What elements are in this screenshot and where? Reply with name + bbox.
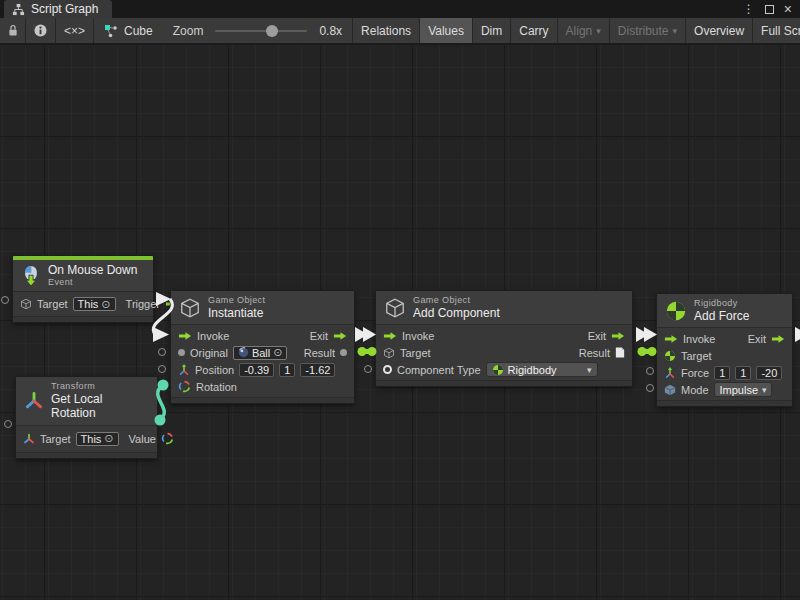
invoke-label: Invoke bbox=[402, 330, 434, 342]
node-rows: Invoke Exit Target bbox=[657, 328, 792, 400]
component-type-label: Component Type bbox=[397, 364, 481, 376]
overview-button[interactable]: Overview bbox=[686, 18, 753, 43]
object-picker-icon[interactable]: ⊙ bbox=[101, 299, 110, 310]
relations-button[interactable]: Relations bbox=[353, 18, 420, 43]
flow-in-arrow-icon[interactable] bbox=[178, 331, 192, 341]
object-picker-icon[interactable]: ⊙ bbox=[273, 347, 282, 358]
flow-out-arrow-icon[interactable] bbox=[333, 331, 347, 341]
graph-canvas[interactable]: On Mouse Down Event Target This ⊙ Trigge… bbox=[0, 44, 800, 600]
port-row-rotation: Rotation bbox=[171, 378, 354, 395]
value-link-dot[interactable] bbox=[638, 347, 647, 356]
node-header[interactable]: Game Object Instantiate bbox=[171, 291, 354, 325]
node-title: Get Local Rotation bbox=[51, 392, 149, 421]
position-z-field[interactable]: -1.62 bbox=[300, 363, 335, 377]
toolbar-toggles: Relations Values Dim Carry Align▾ Distri… bbox=[353, 18, 800, 43]
distribute-dropdown[interactable]: Distribute▾ bbox=[610, 18, 686, 43]
target-object-field[interactable]: This ⊙ bbox=[73, 297, 116, 311]
transform-icon bbox=[23, 433, 35, 445]
port-row-position: Position -0.39 1 -1.62 bbox=[171, 361, 354, 378]
chevron-down-icon: ▾ bbox=[587, 365, 592, 375]
node-add-component[interactable]: Game Object Add Component Invoke Exit bbox=[375, 290, 633, 387]
node-title: Instantiate bbox=[208, 306, 265, 320]
node-add-force[interactable]: Rigidbody Add Force Invoke Exit bbox=[656, 293, 793, 407]
carry-button[interactable]: Carry bbox=[511, 18, 557, 43]
node-header[interactable]: Rigidbody Add Force bbox=[657, 294, 792, 328]
flow-link-arrowhead[interactable] bbox=[636, 327, 649, 342]
force-y-field[interactable]: 1 bbox=[735, 366, 751, 380]
value-port-dot[interactable] bbox=[178, 349, 185, 356]
fullscreen-button[interactable]: Full Screen bbox=[753, 18, 800, 43]
node-rows: Target This ⊙ Trigger bbox=[13, 292, 153, 316]
target-label: Target bbox=[681, 350, 712, 362]
trigger-label: Trigger bbox=[126, 298, 160, 310]
force-z-field[interactable]: -20 bbox=[756, 366, 782, 380]
info-button[interactable] bbox=[26, 18, 56, 43]
input-port-target[interactable] bbox=[1, 296, 9, 304]
node-header[interactable]: On Mouse Down Event bbox=[13, 260, 153, 292]
input-port-original[interactable] bbox=[158, 348, 166, 356]
lock-button[interactable] bbox=[0, 18, 26, 43]
flow-out-arrow-icon[interactable] bbox=[611, 331, 625, 341]
rotation-icon bbox=[178, 380, 191, 393]
rotation-icon bbox=[161, 432, 174, 445]
ball-icon bbox=[238, 347, 249, 358]
align-dropdown[interactable]: Align▾ bbox=[558, 18, 610, 43]
original-value: Ball bbox=[252, 347, 270, 359]
input-port-force[interactable] bbox=[646, 367, 654, 375]
flow-port-arrowhead[interactable] bbox=[795, 327, 800, 342]
window-maximize-icon[interactable] bbox=[765, 5, 774, 14]
chevron-down-icon: ▾ bbox=[596, 26, 601, 36]
force-x-field[interactable]: 1 bbox=[714, 366, 730, 380]
transform-icon bbox=[24, 391, 44, 411]
type-port-icon[interactable] bbox=[383, 365, 392, 374]
component-type-dropdown[interactable]: Rigidbody ▾ bbox=[486, 362, 598, 377]
document-icon[interactable] bbox=[615, 346, 625, 359]
input-port-target[interactable] bbox=[4, 420, 12, 428]
values-button[interactable]: Values bbox=[420, 18, 473, 43]
target-object-field[interactable]: This ⊙ bbox=[76, 432, 119, 446]
gameobject-icon bbox=[179, 297, 201, 319]
flow-in-arrow-icon[interactable] bbox=[383, 331, 397, 341]
mode-dropdown[interactable]: Impulse ▾ bbox=[714, 382, 772, 397]
flow-link-arrowhead[interactable] bbox=[355, 327, 368, 342]
port-row-mode: Mode Impulse ▾ bbox=[657, 381, 792, 398]
title-bar: Script Graph ⋮ × bbox=[0, 0, 800, 18]
dim-button[interactable]: Dim bbox=[473, 18, 511, 43]
value-port-dot-rotation[interactable] bbox=[158, 380, 169, 391]
flow-in-arrow-icon[interactable] bbox=[664, 334, 678, 344]
window-menu-icon[interactable]: ⋮ bbox=[743, 3, 755, 15]
result-label: Result bbox=[304, 347, 335, 359]
tab-script-graph[interactable]: Script Graph bbox=[4, 0, 112, 18]
node-get-local-rotation[interactable]: Transform Get Local Rotation Target This… bbox=[15, 376, 158, 459]
flow-out-arrow-icon[interactable] bbox=[771, 334, 785, 344]
input-port-position[interactable] bbox=[158, 365, 166, 373]
position-y-field[interactable]: 1 bbox=[279, 363, 295, 377]
info-icon bbox=[34, 24, 47, 37]
node-footer bbox=[657, 400, 792, 406]
window-close-icon[interactable]: × bbox=[784, 2, 792, 16]
input-port-mode[interactable] bbox=[646, 384, 654, 392]
value-link-dot[interactable] bbox=[358, 347, 367, 356]
input-port-component-type[interactable] bbox=[364, 365, 372, 373]
node-rows: Invoke Exit Original Ball ⊙ bbox=[171, 325, 354, 397]
vector3-icon bbox=[178, 364, 190, 376]
node-header[interactable]: Game Object Add Component bbox=[376, 291, 632, 325]
node-on-mouse-down[interactable]: On Mouse Down Event Target This ⊙ Trigge… bbox=[12, 255, 154, 323]
position-x-field[interactable]: -0.39 bbox=[239, 363, 274, 377]
wire-rotation-value[interactable] bbox=[158, 386, 165, 419]
enum-icon bbox=[664, 384, 676, 396]
gameobject-icon bbox=[383, 347, 395, 359]
code-preview-button[interactable]: <×> bbox=[56, 18, 94, 43]
object-picker-icon[interactable]: ⊙ bbox=[104, 433, 113, 444]
window-controls: ⋮ × bbox=[743, 0, 800, 18]
zoom-slider-knob[interactable] bbox=[266, 25, 278, 37]
node-subtitle: Event bbox=[48, 277, 137, 288]
node-instantiate[interactable]: Game Object Instantiate Invoke Exit bbox=[170, 290, 355, 404]
node-header[interactable]: Transform Get Local Rotation bbox=[16, 377, 157, 426]
value-port-dot[interactable] bbox=[340, 349, 347, 356]
original-object-field[interactable]: Ball ⊙ bbox=[233, 346, 288, 360]
flow-port-arrowhead[interactable] bbox=[153, 327, 169, 342]
zoom-slider[interactable] bbox=[215, 30, 307, 32]
invoke-label: Invoke bbox=[197, 330, 229, 342]
port-row-invoke-exit: Invoke Exit bbox=[171, 327, 354, 344]
